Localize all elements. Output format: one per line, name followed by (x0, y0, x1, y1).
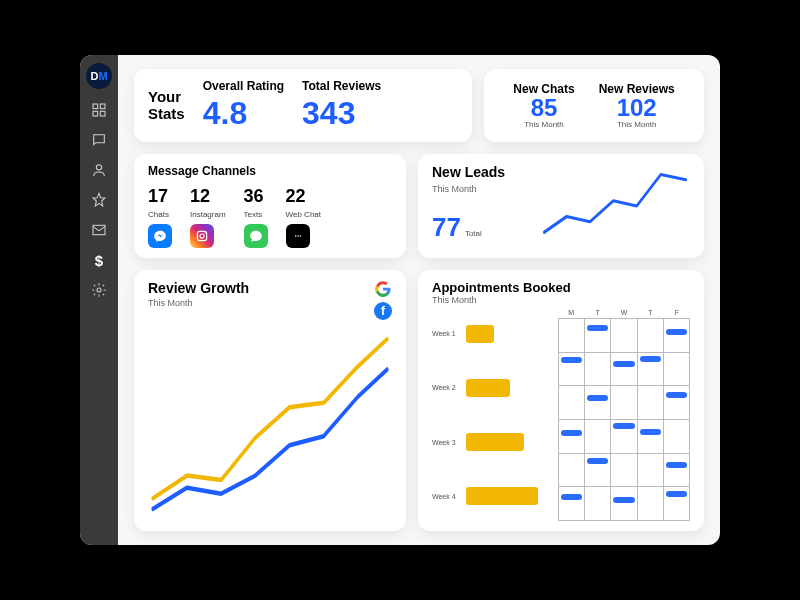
overall-rating-block: Overall Rating 4.8 (203, 79, 284, 132)
appointments-title: Appointments Booked (432, 280, 571, 295)
svg-point-8 (200, 234, 204, 238)
review-growth-subtitle: This Month (148, 298, 249, 308)
sidebar: DM $ (80, 55, 118, 545)
review-growth-legend: f (374, 280, 392, 320)
new-leads-title: New Leads (432, 164, 532, 180)
svg-rect-2 (93, 111, 98, 116)
instagram-icon (190, 224, 214, 248)
star-icon (91, 192, 107, 208)
appointments-card: Appointments Booked This Month Week 1 We… (418, 270, 704, 531)
app-window: DM $ Your Stats Overall Rating 4.8 Total… (80, 55, 720, 545)
new-leads-total-label: Total (465, 229, 482, 238)
chat-icon (91, 132, 107, 148)
new-leads-chart (540, 164, 690, 248)
svg-rect-5 (93, 225, 105, 234)
review-growth-title: Review Growth (148, 280, 249, 296)
gear-icon (91, 282, 107, 298)
overall-rating-label: Overall Rating (203, 79, 284, 93)
svg-point-4 (96, 165, 101, 170)
new-reviews-period: This Month (617, 120, 657, 129)
total-reviews-block: Total Reviews 343 (302, 79, 381, 132)
svg-point-6 (97, 288, 101, 292)
nav-dashboard[interactable] (90, 101, 108, 119)
svg-point-12 (297, 235, 299, 237)
week-1-bar (466, 325, 494, 343)
new-leads-subtitle: This Month (432, 184, 532, 194)
sms-icon (244, 224, 268, 248)
review-growth-card: Review Growth This Month f (134, 270, 406, 531)
week-2-bar (466, 379, 510, 397)
your-stats-title: Your Stats (148, 89, 185, 122)
grid-icon (91, 102, 107, 118)
week-4-bar (466, 487, 538, 505)
total-reviews-value: 343 (302, 95, 381, 132)
dashboard-content: Your Stats Overall Rating 4.8 Total Revi… (118, 55, 720, 545)
overall-rating-value: 4.8 (203, 95, 284, 132)
new-reviews-block: New Reviews 102 This Month (599, 82, 675, 129)
channel-chats: 17 Chats (148, 186, 172, 248)
nav-billing[interactable]: $ (90, 251, 108, 269)
new-leads-card: New Leads This Month 77 Total (418, 154, 704, 258)
channels-grid: 17 Chats 12 Instagram 36 Texts (148, 186, 392, 248)
svg-point-9 (204, 232, 205, 233)
week-3-bar (466, 433, 524, 451)
user-icon (91, 162, 107, 178)
svg-rect-0 (93, 104, 98, 109)
nav-contacts[interactable] (90, 161, 108, 179)
mail-icon (91, 222, 107, 238)
svg-rect-3 (100, 111, 105, 116)
row-growth-appts: Review Growth This Month f (134, 270, 704, 531)
messenger-icon (148, 224, 172, 248)
new-chats-block: New Chats 85 This Month (513, 82, 574, 129)
nav-settings[interactable] (90, 281, 108, 299)
review-growth-chart (148, 324, 392, 521)
facebook-icon: f (374, 302, 392, 320)
message-channels-card: Message Channels 17 Chats 12 Instagram 3… (134, 154, 406, 258)
google-icon (374, 280, 392, 298)
app-logo[interactable]: DM (86, 63, 112, 89)
channel-instagram: 12 Instagram (190, 186, 226, 248)
svg-point-11 (294, 235, 296, 237)
new-chats-value: 85 (531, 96, 558, 120)
channel-webchat: 22 Web Chat (286, 186, 321, 248)
webchat-icon (286, 224, 310, 248)
appointments-bars: Week 1 Week 2 Week 3 Week 4 (432, 309, 552, 521)
appointments-subtitle: This Month (432, 295, 571, 305)
new-leads-total-value: 77 (432, 212, 461, 243)
svg-point-13 (299, 235, 301, 237)
message-channels-title: Message Channels (148, 164, 392, 178)
new-reviews-value: 102 (617, 96, 657, 120)
new-chats-period: This Month (524, 120, 564, 129)
row-stats: Your Stats Overall Rating 4.8 Total Revi… (134, 69, 704, 142)
svg-rect-1 (100, 104, 105, 109)
nav-reviews[interactable] (90, 191, 108, 209)
your-stats-card: Your Stats Overall Rating 4.8 Total Revi… (134, 69, 472, 142)
nav-chat[interactable] (90, 131, 108, 149)
new-metrics-card: New Chats 85 This Month New Reviews 102 … (484, 69, 704, 142)
dollar-icon: $ (95, 252, 103, 269)
appointments-calendar: M T W T F (558, 309, 690, 521)
total-reviews-label: Total Reviews (302, 79, 381, 93)
row-channels-leads: Message Channels 17 Chats 12 Instagram 3… (134, 154, 704, 258)
channel-texts: 36 Texts (244, 186, 268, 248)
nav-inbox[interactable] (90, 221, 108, 239)
